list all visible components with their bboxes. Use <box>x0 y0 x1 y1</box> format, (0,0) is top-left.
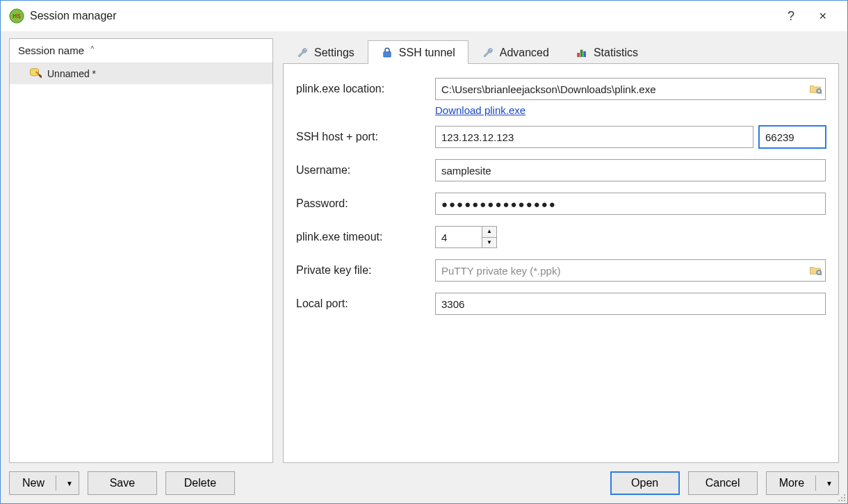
ssh-host-port-label: SSH host + port: <box>296 131 435 143</box>
wrench-icon <box>296 47 309 59</box>
tab-statistics[interactable]: Statistics <box>562 40 651 64</box>
bar-chart-icon <box>576 47 588 59</box>
svg-point-9 <box>844 494 845 496</box>
tab-bar: Settings SSH tunnel Advanced <box>283 38 839 63</box>
open-button-label: Open <box>631 477 658 489</box>
svg-rect-6 <box>583 51 586 56</box>
app-icon: HS <box>9 8 24 24</box>
tab-settings[interactable]: Settings <box>283 40 368 64</box>
local-port-row: Local port: <box>296 293 826 315</box>
save-button[interactable]: Save <box>88 471 157 495</box>
plink-timeout-label: plink.exe timeout: <box>296 231 435 243</box>
svg-point-14 <box>844 500 845 501</box>
plink-timeout-row: plink.exe timeout: ▲ ▼ <box>296 226 826 248</box>
local-port-label: Local port: <box>296 298 435 310</box>
close-button[interactable]: ✕ <box>807 5 839 27</box>
window-title: Session manager <box>30 10 117 22</box>
username-input[interactable] <box>435 159 826 181</box>
plink-location-row: plink.exe location: <box>296 78 826 100</box>
database-icon <box>29 67 42 80</box>
session-list: Unnamed * <box>10 63 272 462</box>
dialog-body: Session name ˄ Unnamed * <box>1 31 847 503</box>
session-list-item-label: Unnamed * <box>47 68 96 79</box>
svg-text:HS: HS <box>13 13 21 19</box>
tab-ssh-tunnel[interactable]: SSH tunnel <box>368 40 468 64</box>
plink-timeout-input[interactable] <box>435 226 482 248</box>
username-row: Username: <box>296 159 826 181</box>
delete-button-label: Delete <box>184 477 216 489</box>
session-list-item[interactable]: Unnamed * <box>10 63 272 84</box>
cancel-button[interactable]: Cancel <box>688 471 758 495</box>
svg-rect-3 <box>384 51 391 57</box>
username-label: Username: <box>296 164 435 177</box>
lock-icon <box>381 47 393 59</box>
download-plink-link[interactable]: Download plink.exe <box>435 104 525 116</box>
tab-advanced[interactable]: Advanced <box>468 40 562 64</box>
svg-point-10 <box>841 497 842 498</box>
tab-label: Settings <box>314 47 354 59</box>
svg-point-13 <box>841 500 842 501</box>
password-row: Password: <box>296 193 826 215</box>
ssh-tunnel-tab-content: plink.exe location: <box>283 63 839 463</box>
password-input[interactable] <box>435 193 826 215</box>
private-key-label: Private key file: <box>296 264 435 277</box>
tab-label: SSH tunnel <box>399 47 455 59</box>
settings-panel: Settings SSH tunnel Advanced <box>283 38 839 463</box>
chevron-down-icon: ▼ <box>66 480 73 487</box>
delete-button[interactable]: Delete <box>165 471 235 495</box>
plink-location-label: plink.exe location: <box>296 83 435 95</box>
spinner-down-button[interactable]: ▼ <box>482 238 496 248</box>
svg-point-11 <box>844 497 845 498</box>
more-button-label: More <box>779 477 804 489</box>
private-key-input[interactable] <box>435 259 826 282</box>
ssh-host-input[interactable] <box>435 126 753 148</box>
session-list-header-label: Session name <box>18 44 84 56</box>
ssh-port-input[interactable] <box>759 126 826 148</box>
save-button-label: Save <box>110 477 135 489</box>
titlebar: HS Session manager ? ✕ <box>1 1 847 31</box>
open-button[interactable]: Open <box>610 471 680 495</box>
private-key-row: Private key file: <box>296 259 826 282</box>
cancel-button-label: Cancel <box>706 477 740 489</box>
spinner-up-button[interactable]: ▲ <box>482 227 496 238</box>
session-list-header[interactable]: Session name ˄ <box>10 39 272 63</box>
more-button[interactable]: More ▼ <box>766 471 839 495</box>
ssh-host-port-row: SSH host + port: <box>296 126 826 148</box>
password-label: Password: <box>296 197 435 210</box>
resize-grip-icon[interactable] <box>836 492 846 502</box>
svg-point-12 <box>838 500 840 501</box>
tab-label: Advanced <box>500 47 549 59</box>
chevron-down-icon: ▼ <box>826 480 833 487</box>
new-button[interactable]: New ▼ <box>9 471 79 495</box>
timeout-spinner: ▲ ▼ <box>482 226 497 248</box>
session-list-panel: Session name ˄ Unnamed * <box>9 38 273 463</box>
help-button[interactable]: ? <box>775 5 807 27</box>
wrench-icon <box>482 47 494 59</box>
svg-rect-4 <box>577 53 580 57</box>
svg-rect-5 <box>580 49 583 57</box>
new-button-label: New <box>22 477 44 489</box>
local-port-input[interactable] <box>435 293 826 315</box>
tab-label: Statistics <box>594 47 638 59</box>
sort-indicator-icon: ˄ <box>90 44 95 56</box>
session-manager-window: HS Session manager ? ✕ Session name ˄ <box>0 0 848 504</box>
download-plink-row: Download plink.exe <box>296 104 826 116</box>
close-icon: ✕ <box>819 10 827 22</box>
plink-location-input[interactable] <box>435 78 826 100</box>
dialog-button-row: New ▼ Save Delete Open Cancel More ▼ <box>1 463 847 503</box>
